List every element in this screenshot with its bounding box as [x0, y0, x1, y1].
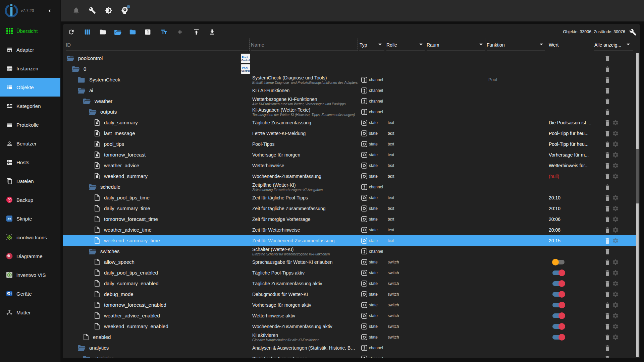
svg-text:JS: JS	[7, 217, 11, 221]
